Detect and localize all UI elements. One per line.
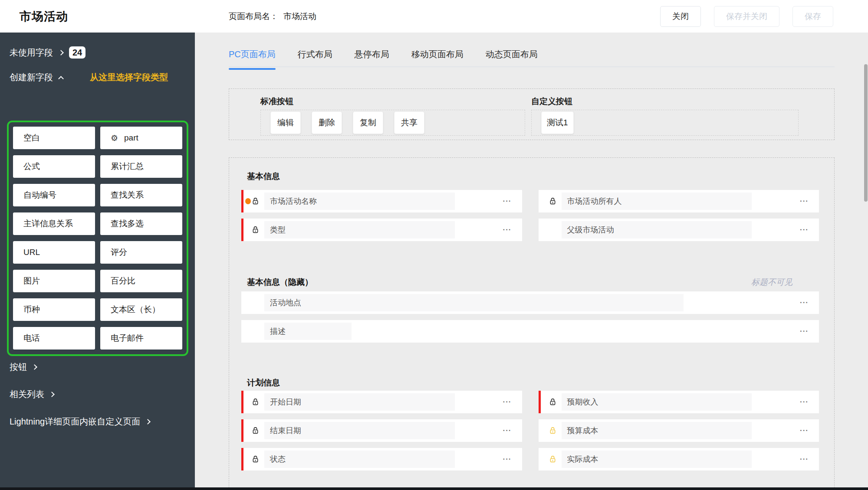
sidebar-item-Lightning详细页面内嵌自定义页面[interactable]: Lightning详细页面内嵌自定义页面 — [10, 416, 188, 428]
field-name-box: 类型 — [264, 221, 455, 238]
field-type-URL[interactable]: URL — [13, 241, 95, 264]
field-type-币种[interactable]: 币种 — [13, 298, 95, 321]
field-type-公式[interactable]: 公式 — [13, 155, 95, 178]
create-field-toggle[interactable]: 创建新字段 — [10, 72, 63, 83]
layout-canvas: 基本信息市场活动名称···市场活动所有人···类型···父级市场活动···基本信… — [229, 157, 835, 490]
field-label: 状态 — [270, 454, 286, 464]
field-type-查找关系[interactable]: 查找关系 — [100, 184, 182, 206]
custom-buttons-label: 自定义按钮 — [531, 96, 572, 107]
field-type-评分[interactable]: 评分 — [100, 241, 182, 264]
standard-button-复制[interactable]: 复制 — [353, 111, 383, 134]
sidebar-create-field-row: 创建新字段 从这里选择字段类型 — [10, 72, 195, 83]
required-bar — [241, 219, 243, 241]
field-card[interactable]: 市场活动名称··· — [241, 190, 522, 212]
custom-button-测试1[interactable]: 测试1 — [541, 111, 574, 134]
field-card[interactable]: 结束日期··· — [241, 419, 522, 442]
standard-button-共享[interactable]: 共享 — [394, 111, 424, 134]
field-type-电话[interactable]: 电话 — [13, 327, 95, 350]
required-dot-icon — [245, 198, 251, 204]
custom-buttons-box: 测试1 — [531, 110, 799, 136]
field-name-box: 结束日期 — [264, 422, 455, 439]
field-more-icon[interactable]: ··· — [800, 327, 809, 336]
field-label: 活动地点 — [270, 297, 301, 308]
field-card[interactable]: 预期收入··· — [539, 391, 819, 413]
field-type-label: 图片 — [23, 275, 40, 287]
tab-行式布局[interactable]: 行式布局 — [298, 49, 332, 70]
field-more-icon[interactable]: ··· — [800, 426, 809, 435]
field-more-icon[interactable]: ··· — [503, 225, 512, 234]
field-more-icon[interactable]: ··· — [800, 298, 809, 307]
field-type-label: 币种 — [23, 304, 40, 315]
field-label: 市场活动名称 — [270, 196, 317, 206]
standard-buttons-label: 标准按钮 — [260, 96, 293, 107]
buttons-panel: 标准按钮 编辑删除复制共享 自定义按钮 测试1 — [229, 88, 835, 140]
field-type-空白[interactable]: 空白 — [13, 127, 95, 149]
section-title: 基本信息（隐藏） — [247, 277, 313, 288]
chevron-right-icon — [49, 392, 55, 397]
section-header: 计划信息 — [229, 377, 834, 389]
close-button[interactable]: 关闭 — [660, 6, 701, 27]
required-bar — [241, 419, 243, 442]
field-type-电子邮件[interactable]: 电子邮件 — [100, 327, 182, 350]
field-card[interactable]: 实际成本··· — [539, 448, 819, 470]
tab-悬停布局[interactable]: 悬停布局 — [355, 49, 389, 70]
field-more-icon[interactable]: ··· — [800, 398, 809, 406]
field-card[interactable]: 活动地点··· — [241, 291, 819, 314]
field-name-box: 父级市场活动 — [562, 221, 752, 238]
field-label: 描述 — [270, 326, 286, 336]
field-type-累计汇总[interactable]: 累计汇总 — [100, 155, 182, 178]
standard-button-删除[interactable]: 删除 — [312, 111, 342, 134]
field-type-百分比[interactable]: 百分比 — [100, 270, 182, 292]
field-name-box: 预算成本 — [562, 422, 752, 439]
unused-fields-count-badge: 24 — [69, 46, 85, 59]
field-label: 预算成本 — [567, 425, 598, 436]
sidebar-item-相关列表[interactable]: 相关列表 — [10, 389, 188, 400]
field-type-图片[interactable]: 图片 — [13, 270, 95, 292]
tab-PC页面布局[interactable]: PC页面布局 — [229, 49, 276, 70]
field-more-icon[interactable]: ··· — [503, 455, 512, 464]
field-card[interactable]: 市场活动所有人··· — [539, 190, 819, 212]
field-card[interactable]: 类型··· — [241, 219, 522, 241]
topbar: 市场活动 页面布局名： 市场活动 关闭 保存并关闭 保存 — [0, 0, 868, 33]
field-name-box: 开始日期 — [264, 393, 455, 411]
field-card[interactable]: 状态··· — [241, 448, 522, 470]
field-card[interactable]: 预算成本··· — [539, 419, 819, 442]
vertical-scrollbar[interactable] — [864, 64, 868, 202]
standard-button-编辑[interactable]: 编辑 — [270, 111, 301, 134]
field-name-box: 实际成本 — [562, 451, 752, 468]
field-card[interactable]: 父级市场活动··· — [539, 219, 819, 241]
field-type-主详信息关系[interactable]: 主详信息关系 — [13, 212, 95, 235]
section-header: 基本信息 — [229, 171, 834, 182]
sidebar-item-按钮[interactable]: 按钮 — [10, 361, 188, 373]
save-button[interactable]: 保存 — [792, 6, 833, 27]
field-card[interactable]: 开始日期··· — [241, 391, 522, 413]
field-type-文本区（长）[interactable]: 文本区（长） — [100, 298, 182, 321]
field-card[interactable]: 描述··· — [241, 320, 819, 343]
topbar-actions: 关闭 保存并关闭 保存 — [660, 6, 833, 27]
section-rows: 开始日期···预期收入···结束日期···预算成本···状态···实际成本··· — [241, 391, 819, 470]
lock-icon — [251, 398, 260, 406]
chevron-right-icon — [58, 50, 64, 56]
field-more-icon[interactable]: ··· — [503, 398, 512, 406]
field-more-icon[interactable]: ··· — [503, 197, 512, 206]
sidebar-link-label: 按钮 — [10, 361, 27, 373]
tab-动态页面布局[interactable]: 动态页面布局 — [486, 49, 538, 70]
field-type-label: 电话 — [23, 333, 40, 344]
field-more-icon[interactable]: ··· — [503, 426, 512, 435]
field-label: 实际成本 — [567, 454, 598, 464]
save-and-close-button[interactable]: 保存并关闭 — [714, 6, 779, 27]
field-type-label: URL — [23, 248, 40, 257]
field-more-icon[interactable]: ··· — [800, 197, 809, 206]
layout-name-label: 页面布局名： — [229, 11, 278, 22]
tab-移动页面布局[interactable]: 移动页面布局 — [411, 49, 464, 70]
field-type-part[interactable]: ⚙part — [100, 127, 182, 149]
field-type-查找多选[interactable]: 查找多选 — [100, 212, 182, 235]
layout-name-value: 市场活动 — [283, 11, 316, 22]
field-type-自动编号[interactable]: 自动编号 — [13, 184, 95, 206]
create-field-label: 创建新字段 — [10, 72, 53, 83]
sidebar-item-unused-fields[interactable]: 未使用字段 24 — [10, 46, 195, 59]
field-more-icon[interactable]: ··· — [800, 225, 809, 234]
field-more-icon[interactable]: ··· — [800, 455, 809, 464]
lock-icon — [549, 455, 557, 464]
section-title: 计划信息 — [247, 377, 280, 389]
